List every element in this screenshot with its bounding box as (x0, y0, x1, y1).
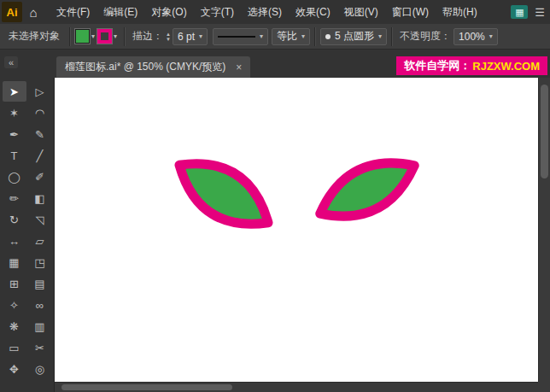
menu-item-2[interactable]: 编辑(E) (97, 0, 144, 24)
tool-shape-builder[interactable]: ▦ (3, 252, 26, 272)
watermark-banner: 软件自学网： RJZXW.COM (396, 56, 547, 75)
watermark-site-text: 软件自学网： (404, 58, 471, 73)
stroke-profile-preview-icon (218, 36, 255, 38)
tab-close-icon[interactable]: × (236, 61, 242, 73)
brush-value: 5 点圆形 (335, 29, 374, 44)
fill-swatch[interactable] (75, 29, 90, 44)
document-tab[interactable]: 榴莲图标.ai* @ 150% (CMYK/预览) × (56, 56, 250, 78)
tool-symbol-sprayer[interactable]: ❋ (3, 316, 26, 336)
opacity-combo[interactable]: 100% (453, 28, 498, 45)
stroke-width-stepper[interactable] (166, 32, 171, 42)
leaf-shape-1[interactable] (167, 146, 280, 243)
artboard-canvas[interactable] (55, 78, 538, 382)
stroke-dropdown-icon[interactable] (114, 32, 117, 40)
menu-bar-right (511, 5, 545, 19)
tool-column-graph[interactable]: ▥ (28, 316, 52, 336)
tool-eyedropper[interactable]: ✧ (3, 295, 26, 315)
menu-bar: Ai 文件(F)编辑(E)对象(O)文字(T)选择(S)效果(C)视图(V)窗口… (0, 0, 550, 25)
tool-line-segment[interactable]: ╱ (28, 145, 52, 166)
menu-item-8[interactable]: 窗口(W) (385, 0, 436, 24)
menu-item-5[interactable]: 选择(S) (241, 0, 289, 24)
home-icon[interactable] (24, 3, 43, 21)
vertical-scrollbar-thumb[interactable] (541, 85, 548, 178)
tool-rotate[interactable]: ↻ (3, 209, 26, 230)
tool-paintbrush[interactable]: ✐ (28, 167, 52, 187)
document-tab-title: 榴莲图标.ai* @ 150% (CMYK/预览) (65, 60, 225, 74)
tool-magic-wand[interactable]: ✶ (3, 102, 26, 123)
tool-pen[interactable]: ✒ (3, 124, 26, 144)
tool-selection[interactable]: ➤ (3, 81, 26, 102)
stroke-width-value: 6 pt (178, 31, 195, 43)
tool-zoom[interactable]: ◎ (28, 359, 52, 379)
tools-grid: ➤▷✶◠✒✎T╱◯✐✏◧↻◹↔▱▦◳⊞▤✧∞❋▥▭✂✥◎ (0, 81, 54, 379)
tool-gradient[interactable]: ▤ (28, 273, 52, 294)
horizontal-scrollbar-thumb[interactable] (61, 384, 232, 390)
tool-free-transform[interactable]: ▱ (28, 231, 52, 251)
leaf-shape-2[interactable] (310, 147, 424, 233)
stroke-width-combo[interactable]: 6 pt (173, 28, 208, 45)
tool-blend[interactable]: ∞ (28, 295, 52, 315)
separator (314, 27, 316, 46)
separator (69, 27, 71, 46)
tool-scale[interactable]: ◹ (28, 209, 52, 230)
stroke-swatch[interactable] (97, 29, 112, 44)
opacity-label: 不透明度： (400, 29, 451, 44)
menu-item-4[interactable]: 文字(T) (194, 0, 241, 24)
separator (391, 27, 393, 46)
tools-panel: ➤▷✶◠✒✎T╱◯✐✏◧↻◹↔▱▦◳⊞▤✧∞❋▥▭✂✥◎ (0, 78, 55, 392)
tool-lasso[interactable]: ◠ (28, 102, 52, 123)
menu-item-7[interactable]: 视图(V) (337, 0, 385, 24)
separator (124, 27, 126, 46)
tool-artboard[interactable]: ▭ (3, 337, 26, 358)
tool-eraser[interactable]: ◧ (28, 188, 52, 208)
control-bar: 未选择对象 描边： 6 pt 等比 5 点圆形 不透明度： 100% (0, 24, 550, 50)
tool-type[interactable]: T (3, 145, 26, 166)
selection-status: 未选择对象 (9, 29, 60, 44)
workspace-gallery-icon[interactable] (511, 5, 528, 19)
brush-preview-icon (325, 34, 331, 39)
vertical-scrollbar[interactable] (538, 78, 550, 382)
app-logo: Ai (2, 2, 22, 22)
watermark-url-text: RJZXW.COM (472, 60, 540, 73)
tool-mesh[interactable]: ⊞ (3, 273, 26, 294)
tool-ellipse[interactable]: ◯ (3, 167, 26, 187)
menu-item-1[interactable]: 文件(F) (50, 0, 97, 24)
toolbar-collapse-button[interactable]: « (4, 56, 18, 68)
horizontal-scrollbar[interactable] (55, 382, 538, 392)
tool-curvature[interactable]: ✎ (28, 124, 52, 144)
scrollbar-corner (538, 382, 550, 392)
opacity-value: 100% (459, 31, 485, 43)
brush-combo[interactable]: 5 点圆形 (320, 28, 387, 45)
tool-hand[interactable]: ✥ (3, 359, 26, 379)
menu-item-3[interactable]: 对象(O) (144, 0, 193, 24)
menu-item-6[interactable]: 效果(C) (289, 0, 337, 24)
width-profile-combo[interactable]: 等比 (272, 28, 310, 45)
width-profile-value: 等比 (277, 29, 297, 44)
stroke-width-label: 描边： (132, 29, 163, 44)
illustrator-window: Ai 文件(F)编辑(E)对象(O)文字(T)选择(S)效果(C)视图(V)窗口… (0, 0, 550, 392)
tool-slice[interactable]: ✂ (28, 337, 52, 358)
fill-dropdown-icon[interactable] (91, 32, 95, 40)
stepper-down-icon[interactable] (166, 37, 171, 42)
workspace-menu-icon[interactable] (535, 6, 545, 19)
menu-items: 文件(F)编辑(E)对象(O)文字(T)选择(S)效果(C)视图(V)窗口(W)… (50, 0, 484, 24)
artwork-svg (55, 78, 538, 382)
menu-item-9[interactable]: 帮助(H) (436, 0, 484, 24)
tool-width[interactable]: ↔ (3, 231, 26, 251)
tool-perspective-grid[interactable]: ◳ (28, 252, 52, 272)
tool-direct-selection[interactable]: ▷ (28, 81, 52, 102)
tool-pencil[interactable]: ✏ (3, 188, 26, 208)
variable-width-profile-combo[interactable] (213, 28, 268, 45)
